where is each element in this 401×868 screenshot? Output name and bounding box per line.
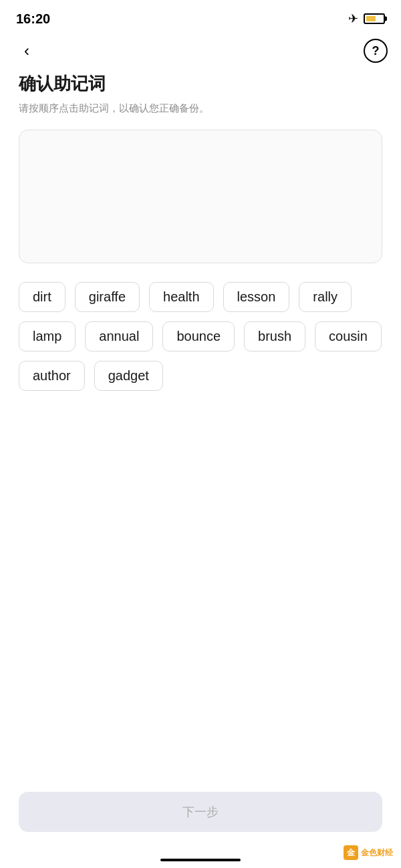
help-button[interactable]: ?	[364, 39, 388, 63]
word-chip-author[interactable]: author	[19, 361, 85, 391]
battery-icon	[364, 13, 385, 24]
mnemonic-input-box[interactable]	[19, 130, 382, 263]
nav-bar: ‹ ?	[0, 35, 401, 72]
watermark-icon: 金	[344, 845, 358, 860]
back-button[interactable]: ‹	[13, 37, 40, 64]
word-chip-health[interactable]: health	[149, 282, 214, 312]
battery-fill	[366, 16, 376, 21]
page-subtitle: 请按顺序点击助记词，以确认您正确备份。	[19, 101, 382, 116]
word-chip-annual[interactable]: annual	[85, 321, 153, 351]
word-chip-gadget[interactable]: gadget	[94, 361, 163, 391]
word-chip-bounce[interactable]: bounce	[162, 321, 235, 351]
watermark: 金 金色财经	[344, 845, 393, 860]
watermark-text: 金色财经	[361, 847, 393, 859]
status-bar: 16:20 ✈	[0, 0, 401, 35]
word-chip-lesson[interactable]: lesson	[223, 282, 290, 312]
page-content: 确认助记词 请按顺序点击助记词，以确认您正确备份。 dirtgiraffehea…	[0, 72, 401, 778]
page-title: 确认助记词	[19, 72, 382, 96]
next-button-container: 下一步	[0, 778, 401, 859]
word-grid: dirtgiraffehealthlessonrallylampannualbo…	[19, 282, 382, 391]
word-chip-brush[interactable]: brush	[244, 321, 305, 351]
home-indicator	[160, 859, 241, 861]
status-time: 16:20	[16, 11, 50, 27]
word-chip-cousin[interactable]: cousin	[315, 321, 382, 351]
word-chip-giraffe[interactable]: giraffe	[75, 282, 140, 312]
word-chip-dirt[interactable]: dirt	[19, 282, 65, 312]
word-chip-rally[interactable]: rally	[299, 282, 352, 312]
next-button[interactable]: 下一步	[19, 792, 382, 832]
airplane-icon: ✈	[348, 11, 358, 26]
word-chip-lamp[interactable]: lamp	[19, 321, 76, 351]
status-icons: ✈	[348, 11, 385, 26]
